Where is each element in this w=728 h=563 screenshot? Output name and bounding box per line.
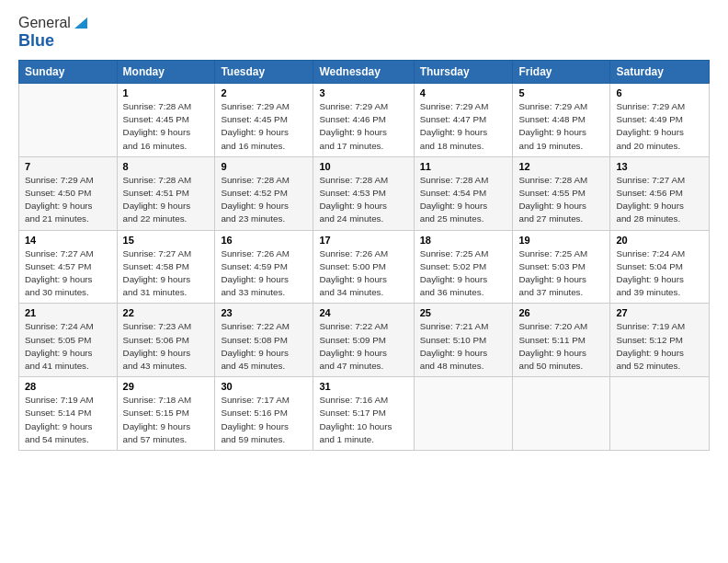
day-cell: 30Sunrise: 7:17 AM Sunset: 5:16 PM Dayli… bbox=[215, 377, 313, 451]
day-info: Sunrise: 7:21 AM Sunset: 5:10 PM Dayligh… bbox=[420, 320, 507, 373]
day-info: Sunrise: 7:28 AM Sunset: 4:45 PM Dayligh… bbox=[123, 100, 210, 153]
day-info: Sunrise: 7:22 AM Sunset: 5:09 PM Dayligh… bbox=[319, 320, 407, 373]
day-info: Sunrise: 7:29 AM Sunset: 4:48 PM Dayligh… bbox=[518, 100, 604, 153]
day-info: Sunrise: 7:29 AM Sunset: 4:45 PM Dayligh… bbox=[221, 100, 307, 153]
day-cell bbox=[19, 84, 118, 157]
day-cell: 28Sunrise: 7:19 AM Sunset: 5:14 PM Dayli… bbox=[19, 377, 118, 451]
week-row-2: 7Sunrise: 7:29 AM Sunset: 4:50 PM Daylig… bbox=[19, 156, 710, 230]
day-cell: 7Sunrise: 7:29 AM Sunset: 4:50 PM Daylig… bbox=[19, 156, 118, 230]
day-number: 16 bbox=[221, 235, 307, 246]
day-number: 18 bbox=[420, 235, 507, 246]
day-info: Sunrise: 7:20 AM Sunset: 5:11 PM Dayligh… bbox=[518, 320, 604, 373]
day-number: 5 bbox=[518, 87, 604, 98]
day-cell: 5Sunrise: 7:29 AM Sunset: 4:48 PM Daylig… bbox=[513, 84, 610, 157]
day-number: 1 bbox=[123, 87, 210, 98]
day-cell: 23Sunrise: 7:22 AM Sunset: 5:08 PM Dayli… bbox=[215, 304, 313, 377]
day-info: Sunrise: 7:24 AM Sunset: 5:05 PM Dayligh… bbox=[25, 320, 111, 373]
day-cell: 18Sunrise: 7:25 AM Sunset: 5:02 PM Dayli… bbox=[414, 230, 513, 304]
day-number: 13 bbox=[616, 161, 703, 172]
calendar-header: SundayMondayTuesdayWednesdayThursdayFrid… bbox=[19, 61, 710, 84]
day-info: Sunrise: 7:25 AM Sunset: 5:02 PM Dayligh… bbox=[420, 247, 507, 300]
day-info: Sunrise: 7:27 AM Sunset: 4:56 PM Dayligh… bbox=[616, 174, 703, 226]
week-row-4: 21Sunrise: 7:24 AM Sunset: 5:05 PM Dayli… bbox=[19, 304, 710, 377]
weekday-header-friday: Friday bbox=[513, 61, 610, 84]
week-row-3: 14Sunrise: 7:27 AM Sunset: 4:57 PM Dayli… bbox=[19, 230, 710, 304]
day-cell: 3Sunrise: 7:29 AM Sunset: 4:46 PM Daylig… bbox=[313, 84, 414, 157]
day-number: 3 bbox=[319, 87, 407, 98]
day-number: 26 bbox=[518, 307, 604, 318]
day-number: 22 bbox=[123, 307, 210, 318]
day-info: Sunrise: 7:28 AM Sunset: 4:53 PM Dayligh… bbox=[319, 174, 407, 226]
day-cell: 12Sunrise: 7:28 AM Sunset: 4:55 PM Dayli… bbox=[513, 156, 610, 230]
day-info: Sunrise: 7:26 AM Sunset: 5:00 PM Dayligh… bbox=[319, 247, 407, 300]
day-cell: 22Sunrise: 7:23 AM Sunset: 5:06 PM Dayli… bbox=[117, 304, 215, 377]
day-info: Sunrise: 7:28 AM Sunset: 4:51 PM Dayligh… bbox=[123, 174, 210, 226]
svg-marker-0 bbox=[74, 17, 87, 29]
weekday-header-monday: Monday bbox=[117, 61, 215, 84]
day-info: Sunrise: 7:29 AM Sunset: 4:46 PM Dayligh… bbox=[319, 100, 407, 153]
day-number: 2 bbox=[221, 87, 307, 98]
day-info: Sunrise: 7:29 AM Sunset: 4:47 PM Dayligh… bbox=[420, 100, 507, 153]
day-cell bbox=[513, 377, 610, 451]
day-cell: 13Sunrise: 7:27 AM Sunset: 4:56 PM Dayli… bbox=[610, 156, 710, 230]
day-cell: 6Sunrise: 7:29 AM Sunset: 4:49 PM Daylig… bbox=[610, 84, 710, 157]
day-number: 19 bbox=[518, 235, 604, 246]
day-number: 29 bbox=[123, 381, 210, 392]
day-number: 11 bbox=[420, 161, 507, 172]
day-cell: 9Sunrise: 7:28 AM Sunset: 4:52 PM Daylig… bbox=[215, 156, 313, 230]
day-info: Sunrise: 7:28 AM Sunset: 4:52 PM Dayligh… bbox=[221, 174, 307, 226]
day-number: 30 bbox=[221, 381, 307, 392]
day-info: Sunrise: 7:28 AM Sunset: 4:54 PM Dayligh… bbox=[420, 174, 507, 226]
day-info: Sunrise: 7:24 AM Sunset: 5:04 PM Dayligh… bbox=[616, 247, 703, 300]
day-info: Sunrise: 7:19 AM Sunset: 5:14 PM Dayligh… bbox=[25, 394, 111, 446]
day-info: Sunrise: 7:25 AM Sunset: 5:03 PM Dayligh… bbox=[518, 247, 604, 300]
day-cell: 26Sunrise: 7:20 AM Sunset: 5:11 PM Dayli… bbox=[513, 304, 610, 377]
day-number: 7 bbox=[25, 161, 111, 172]
day-info: Sunrise: 7:28 AM Sunset: 4:55 PM Dayligh… bbox=[518, 174, 604, 226]
day-info: Sunrise: 7:18 AM Sunset: 5:15 PM Dayligh… bbox=[123, 394, 210, 446]
day-cell: 11Sunrise: 7:28 AM Sunset: 4:54 PM Dayli… bbox=[414, 156, 513, 230]
day-info: Sunrise: 7:19 AM Sunset: 5:12 PM Dayligh… bbox=[616, 320, 703, 373]
day-number: 21 bbox=[25, 307, 111, 318]
day-cell: 20Sunrise: 7:24 AM Sunset: 5:04 PM Dayli… bbox=[610, 230, 710, 304]
day-info: Sunrise: 7:17 AM Sunset: 5:16 PM Dayligh… bbox=[221, 394, 307, 446]
weekday-header-thursday: Thursday bbox=[414, 61, 513, 84]
day-number: 23 bbox=[221, 307, 307, 318]
week-row-5: 28Sunrise: 7:19 AM Sunset: 5:14 PM Dayli… bbox=[19, 377, 710, 451]
day-number: 14 bbox=[25, 235, 111, 246]
day-info: Sunrise: 7:26 AM Sunset: 4:59 PM Dayligh… bbox=[221, 247, 307, 300]
day-number: 25 bbox=[420, 307, 507, 318]
weekday-header-tuesday: Tuesday bbox=[215, 61, 313, 84]
weekday-header-sunday: Sunday bbox=[19, 61, 118, 84]
calendar-body: 1Sunrise: 7:28 AM Sunset: 4:45 PM Daylig… bbox=[19, 84, 710, 451]
day-cell: 8Sunrise: 7:28 AM Sunset: 4:51 PM Daylig… bbox=[117, 156, 215, 230]
day-number: 24 bbox=[319, 307, 407, 318]
day-cell: 21Sunrise: 7:24 AM Sunset: 5:05 PM Dayli… bbox=[19, 304, 118, 377]
day-number: 28 bbox=[25, 381, 111, 392]
day-cell: 17Sunrise: 7:26 AM Sunset: 5:00 PM Dayli… bbox=[313, 230, 414, 304]
day-cell: 24Sunrise: 7:22 AM Sunset: 5:09 PM Dayli… bbox=[313, 304, 414, 377]
day-number: 10 bbox=[319, 161, 407, 172]
day-number: 4 bbox=[420, 87, 507, 98]
day-info: Sunrise: 7:27 AM Sunset: 4:57 PM Dayligh… bbox=[25, 247, 111, 300]
day-cell: 29Sunrise: 7:18 AM Sunset: 5:15 PM Dayli… bbox=[117, 377, 215, 451]
day-info: Sunrise: 7:29 AM Sunset: 4:50 PM Dayligh… bbox=[25, 174, 111, 226]
day-number: 9 bbox=[221, 161, 307, 172]
day-info: Sunrise: 7:29 AM Sunset: 4:49 PM Dayligh… bbox=[616, 100, 703, 153]
day-cell: 14Sunrise: 7:27 AM Sunset: 4:57 PM Dayli… bbox=[19, 230, 118, 304]
page: General Blue SundayMondayTuesdayWednesda… bbox=[0, 0, 728, 563]
day-cell: 1Sunrise: 7:28 AM Sunset: 4:45 PM Daylig… bbox=[117, 84, 215, 157]
weekday-header-wednesday: Wednesday bbox=[313, 61, 414, 84]
logo: General Blue bbox=[18, 15, 89, 51]
weekday-row: SundayMondayTuesdayWednesdayThursdayFrid… bbox=[19, 61, 710, 84]
logo-general-text: General bbox=[18, 15, 71, 31]
day-info: Sunrise: 7:16 AM Sunset: 5:17 PM Dayligh… bbox=[319, 394, 407, 446]
weekday-header-saturday: Saturday bbox=[610, 61, 710, 84]
day-number: 8 bbox=[123, 161, 210, 172]
day-number: 27 bbox=[616, 307, 703, 318]
day-info: Sunrise: 7:27 AM Sunset: 4:58 PM Dayligh… bbox=[123, 247, 210, 300]
day-cell: 15Sunrise: 7:27 AM Sunset: 4:58 PM Dayli… bbox=[117, 230, 215, 304]
day-cell: 19Sunrise: 7:25 AM Sunset: 5:03 PM Dayli… bbox=[513, 230, 610, 304]
week-row-1: 1Sunrise: 7:28 AM Sunset: 4:45 PM Daylig… bbox=[19, 84, 710, 157]
day-number: 20 bbox=[616, 235, 703, 246]
